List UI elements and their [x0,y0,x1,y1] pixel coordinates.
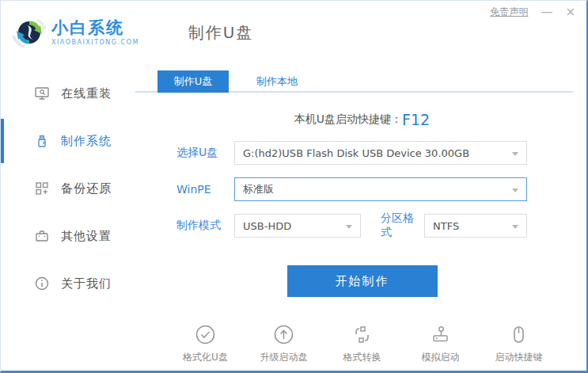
partition-value: NTFS [433,220,459,232]
usb-select-value: G:(hd2)USB Flash Disk USB Device 30.00GB [243,147,469,159]
titlebar-controls: 免责声明 — × [490,6,575,19]
tool-format-usb[interactable]: 格式化U盘 [177,324,234,364]
tool-simulate-boot[interactable]: 模拟启动 [412,324,469,364]
dropdown-caret-icon [512,152,518,156]
tool-label: 格式化U盘 [183,351,228,364]
mode-label: 制作模式 [176,219,234,233]
dropdown-caret-icon [346,225,352,229]
close-button[interactable]: × [565,6,575,18]
disclaimer-link[interactable]: 免责声明 [490,6,528,19]
tool-label: 启动快捷键 [495,351,543,364]
partition-label: 分区格式 [381,211,424,240]
tab-make-usb[interactable]: 制作U盘 [157,70,229,93]
dropdown-caret-icon [512,188,518,192]
mode-dropdown[interactable]: USB-HDD [234,214,361,238]
convert-icon [351,324,373,345]
usb-select-label: 选择U盘 [176,146,234,160]
tab-make-local[interactable]: 制作本地 [229,70,325,93]
brand-block: 小白系统 XIAOBAIXITONG.COM [51,19,139,46]
sidebar: 在线重装 制作系统 [1,64,135,369]
page-title: 制作U盘 [188,22,254,44]
tab-strip: 制作U盘 制作本地 [135,70,573,93]
sidebar-item-label: 其他设置 [61,229,112,244]
app-logo-icon [10,13,48,51]
mode-partition-row: 制作模式 USB-HDD 分区格式 NTFS [176,214,527,238]
winpe-value: 标准版 [243,182,274,196]
info-icon [34,276,50,291]
make-usb-form: 选择U盘 G:(hd2)USB Flash Disk USB Device 30… [135,141,588,238]
mouse-icon [508,324,529,345]
tool-label: 格式转换 [343,351,381,364]
minimize-button[interactable]: — [541,6,552,18]
sidebar-item-label: 关于我们 [61,276,112,291]
boot-hotkey-line: 本机U盘启动快捷键：F12 [135,111,588,128]
tool-format-convert[interactable]: 格式转换 [334,324,391,364]
upload-circle-icon [273,324,294,345]
tool-boot-hotkey[interactable]: 启动快捷键 [491,324,548,364]
sidebar-item-label: 在线重装 [61,86,112,101]
usb-select-dropdown[interactable]: G:(hd2)USB Flash Disk USB Device 30.00GB [234,141,527,165]
sidebar-item-label: 备份还原 [61,181,112,196]
app-window: 免责声明 — × 小白系统 XIAOBAIXITONG.COM 制作U盘 [0,0,588,373]
sidebar-item-about-us[interactable]: 关于我们 [1,268,135,299]
monitor-reinstall-icon [34,86,50,101]
tool-upgrade-boot-disk[interactable]: 升级启动盘 [256,324,313,364]
usb-drive-icon [34,133,50,149]
sidebar-item-other-settings[interactable]: 其他设置 [1,220,135,252]
sidebar-item-backup-restore[interactable]: 备份还原 [1,173,135,204]
usb-select-row: 选择U盘 G:(hd2)USB Flash Disk USB Device 30… [176,141,527,165]
brand-domain: XIAOBAIXITONG.COM [51,39,139,46]
start-row: 开始制作 [135,265,588,297]
tool-label: 模拟启动 [422,351,460,364]
sidebar-item-label: 制作系统 [61,134,112,149]
boot-hotkey-value: F12 [402,111,430,128]
mode-value: USB-HDD [243,220,291,232]
footer-tools: 格式化U盘 升级启动盘 格式转换 [135,324,588,364]
boot-hotkey-label: 本机U盘启动快捷键： [294,112,402,125]
tool-label: 升级启动盘 [260,351,308,364]
partition-dropdown[interactable]: NTFS [424,214,527,238]
brand-name: 小白系统 [51,19,139,37]
winpe-dropdown[interactable]: 标准版 [234,177,527,201]
sidebar-item-make-system[interactable]: 制作系统 [1,125,135,157]
check-circle-icon [195,324,216,345]
dropdown-caret-icon [512,225,518,229]
main-panel: 制作U盘 制作本地 本机U盘启动快捷键：F12 选择U盘 G:(hd2)USB … [135,64,588,369]
sidebar-item-online-reinstall[interactable]: 在线重装 [1,78,135,109]
winpe-row: WinPE 标准版 [176,177,527,201]
settings-case-icon [34,228,50,244]
start-make-button[interactable]: 开始制作 [287,265,438,297]
winpe-label: WinPE [176,183,234,196]
backup-restore-icon [34,181,50,196]
joystick-icon [430,324,451,345]
